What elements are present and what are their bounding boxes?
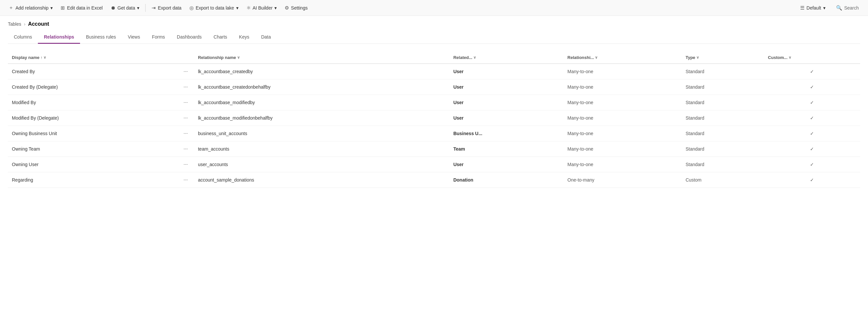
cell-custom: ✓ xyxy=(764,95,860,110)
cell-related: User xyxy=(449,110,563,126)
cell-more: ··· xyxy=(178,110,194,126)
cell-rel-name: business_unit_accounts xyxy=(194,126,449,141)
cell-rel-name: lk_accountbase_createdonbehalfby xyxy=(194,79,449,95)
export-lake-label: Export to data lake xyxy=(196,5,234,10)
table-row: Created By (Delegate) ··· lk_accountbase… xyxy=(8,79,860,95)
get-data-button[interactable]: ⏺ Get data ▾ xyxy=(107,3,143,12)
cell-more: ··· xyxy=(178,126,194,141)
cell-more: ··· xyxy=(178,64,194,79)
cell-custom: ✓ xyxy=(764,141,860,157)
export-data-button[interactable]: ⇥ Export data xyxy=(148,3,185,13)
tabs-area: Columns Relationships Business rules Vie… xyxy=(0,27,868,44)
rel-name-chevron: ∨ xyxy=(237,55,240,60)
check-icon: ✓ xyxy=(810,115,814,121)
cell-type: Standard xyxy=(682,126,764,141)
export-lake-button[interactable]: ◎ Export to data lake ▾ xyxy=(186,3,242,13)
add-relationship-button[interactable]: ＋ Add relationship ▾ xyxy=(5,3,56,13)
col-related[interactable]: Related... ∨ xyxy=(449,52,563,64)
database-icon: ⏺ xyxy=(111,5,116,10)
cell-rel-name: lk_accountbase_modifiedby xyxy=(194,95,449,110)
cell-rel-type: Many-to-one xyxy=(564,95,682,110)
tab-forms[interactable]: Forms xyxy=(146,31,171,44)
cell-rel-type: Many-to-one xyxy=(564,64,682,79)
cell-type: Standard xyxy=(682,141,764,157)
tab-views[interactable]: Views xyxy=(122,31,146,44)
check-icon: ✓ xyxy=(810,146,814,151)
tab-dashboards[interactable]: Dashboards xyxy=(171,31,208,44)
col-display-name[interactable]: Display name ↑ ∨ xyxy=(8,52,178,64)
rel-type-sort[interactable]: Relationshi... ∨ xyxy=(567,55,598,60)
table-area: Display name ↑ ∨ Relationship name ∨ Rel… xyxy=(0,44,868,188)
more-options-button[interactable]: ··· xyxy=(182,114,190,122)
display-name-chevron: ∨ xyxy=(43,55,46,60)
display-name-sort[interactable]: Display name ↑ ∨ xyxy=(12,55,46,60)
cell-more: ··· xyxy=(178,95,194,110)
search-label: Search xyxy=(844,5,859,10)
cell-rel-type: Many-to-one xyxy=(564,110,682,126)
more-options-button[interactable]: ··· xyxy=(182,145,190,152)
cell-rel-name: lk_accountbase_modifiedonbehalfby xyxy=(194,110,449,126)
col-dots xyxy=(178,52,194,64)
rel-name-sort[interactable]: Relationship name ∨ xyxy=(198,55,240,60)
settings-icon: ⚙ xyxy=(285,5,289,11)
tab-columns[interactable]: Columns xyxy=(8,31,38,44)
cell-related: Business U... xyxy=(449,126,563,141)
tab-data[interactable]: Data xyxy=(255,31,277,44)
cell-rel-type: Many-to-one xyxy=(564,79,682,95)
edit-excel-button[interactable]: ⊞ Edit data in Excel xyxy=(57,3,106,13)
more-options-button[interactable]: ··· xyxy=(182,68,190,75)
more-options-button[interactable]: ··· xyxy=(182,176,190,183)
col-type[interactable]: Type ∨ xyxy=(682,52,764,64)
add-relationship-label: Add relationship xyxy=(16,5,49,10)
related-sort[interactable]: Related... ∨ xyxy=(453,55,476,60)
add-icon: ＋ xyxy=(8,5,13,11)
table-row: Regarding ··· account_sample_donations D… xyxy=(8,172,860,188)
cell-more: ··· xyxy=(178,79,194,95)
breadcrumb-area: Tables › Account xyxy=(0,16,868,27)
default-button[interactable]: ☰ Default ▾ xyxy=(796,3,829,13)
tabs: Columns Relationships Business rules Vie… xyxy=(8,31,860,44)
export-data-label: Export data xyxy=(158,5,182,10)
divider-1 xyxy=(145,4,146,12)
settings-label: Settings xyxy=(291,5,308,10)
cell-rel-type: Many-to-one xyxy=(564,126,682,141)
more-options-button[interactable]: ··· xyxy=(182,130,190,137)
tab-charts[interactable]: Charts xyxy=(208,31,233,44)
cell-related: User xyxy=(449,64,563,79)
export-icon: ⇥ xyxy=(152,5,156,11)
ai-builder-button[interactable]: ⚛ AI Builder ▾ xyxy=(243,3,280,13)
cell-type: Standard xyxy=(682,157,764,172)
tab-business-rules[interactable]: Business rules xyxy=(80,31,122,44)
check-icon: ✓ xyxy=(810,100,814,105)
more-options-button[interactable]: ··· xyxy=(182,161,190,168)
type-sort[interactable]: Type ∨ xyxy=(685,55,699,60)
lake-icon: ◎ xyxy=(189,5,194,11)
settings-button[interactable]: ⚙ Settings xyxy=(281,3,311,13)
cell-custom: ✓ xyxy=(764,157,860,172)
col-custom[interactable]: Custom... ∨ xyxy=(764,52,860,64)
cell-type: Custom xyxy=(682,172,764,188)
default-label: Default xyxy=(806,5,821,10)
cell-type: Standard xyxy=(682,110,764,126)
cell-custom: ✓ xyxy=(764,79,860,95)
more-options-button[interactable]: ··· xyxy=(182,99,190,106)
more-options-button[interactable]: ··· xyxy=(182,83,190,91)
custom-sort[interactable]: Custom... ∨ xyxy=(768,55,791,60)
tab-keys[interactable]: Keys xyxy=(233,31,255,44)
cell-related: User xyxy=(449,95,563,110)
check-icon: ✓ xyxy=(810,162,814,167)
cell-rel-type: One-to-many xyxy=(564,172,682,188)
table-row: Created By ··· lk_accountbase_createdby … xyxy=(8,64,860,79)
ai-builder-label: AI Builder xyxy=(253,5,273,10)
col-rel-type[interactable]: Relationshi... ∨ xyxy=(564,52,682,64)
tab-relationships[interactable]: Relationships xyxy=(38,31,80,44)
cell-display-name: Created By (Delegate) xyxy=(8,79,178,95)
search-button[interactable]: 🔍 Search xyxy=(832,3,863,13)
breadcrumb-parent[interactable]: Tables xyxy=(8,22,21,27)
custom-chevron: ∨ xyxy=(788,55,791,60)
col-relationship-name[interactable]: Relationship name ∨ xyxy=(194,52,449,64)
check-icon: ✓ xyxy=(810,69,814,74)
table-row: Modified By (Delegate) ··· lk_accountbas… xyxy=(8,110,860,126)
breadcrumb: Tables › Account xyxy=(8,21,860,27)
cell-rel-type: Many-to-one xyxy=(564,157,682,172)
